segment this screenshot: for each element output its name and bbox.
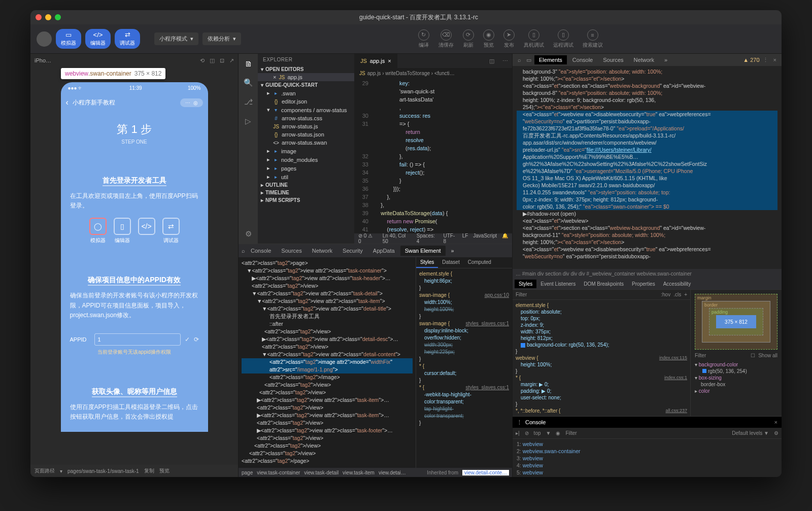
code-area[interactable]: 29 3031 32333435363738394041 key: 'swan-… <box>354 78 512 233</box>
file-arrow-json[interactable]: {}arrow-status.json <box>258 130 354 139</box>
outline-section[interactable]: ▸OUTLINE <box>258 181 354 189</box>
clear-icon[interactable]: ⊘ <box>525 430 529 436</box>
levels-dropdown[interactable]: Default levels ▼ <box>732 430 769 436</box>
tab-computed[interactable]: Computed <box>464 257 495 268</box>
inspect-icon[interactable]: ⌕ <box>516 57 523 63</box>
more-icon[interactable]: ⋯ <box>498 58 512 64</box>
tab-styles[interactable]: Styles <box>416 257 438 268</box>
computed-list[interactable]: ▾ background-color rgb(50, 136, 254) ▾ b… <box>695 361 777 394</box>
preview-button2[interactable]: 预览 <box>159 467 170 474</box>
file-arrow-swan[interactable]: <>arrow-status.swan <box>258 139 354 147</box>
close-icon[interactable]: × <box>774 419 777 425</box>
open-editors-section[interactable]: ▾OPEN EDITORS <box>258 65 354 73</box>
tab-sources[interactable]: Sources <box>277 246 306 256</box>
console-filter[interactable]: Filter <box>565 430 577 436</box>
tab-accessibility[interactable]: Accessibility <box>659 280 695 288</box>
check-icon[interactable]: ✓ <box>185 336 190 343</box>
scm-icon[interactable]: ⎇ <box>243 96 254 108</box>
file-arrow-js[interactable]: JSarrow-status.js <box>258 122 354 130</box>
tab-console[interactable]: Console <box>246 246 276 256</box>
appid-input[interactable] <box>94 333 181 346</box>
capsule-button[interactable]: ⋯◎ <box>180 98 203 107</box>
error-count[interactable]: ⊘ 0 ⚠ 0 <box>358 233 377 244</box>
tab-security[interactable]: Security <box>338 246 367 256</box>
maximize-icon[interactable] <box>55 14 61 20</box>
tab-swan-element[interactable]: Swan Element <box>400 246 446 256</box>
debugger-button[interactable]: ⇄调试器 <box>115 29 140 49</box>
npm-section[interactable]: ▸NPM SCRIPTS <box>258 196 354 204</box>
eye-icon[interactable]: ◉ <box>556 430 560 436</box>
tab-appjs[interactable]: JSapp.js× <box>354 54 398 68</box>
debug-icon[interactable]: ▷ <box>243 116 254 127</box>
tab-console2[interactable]: Console <box>568 55 597 64</box>
preview-button[interactable]: ◉预览 <box>483 29 494 49</box>
tab-sources2[interactable]: Sources <box>598 55 628 64</box>
crop-icon[interactable]: ⊡ <box>220 57 224 64</box>
close-icon[interactable]: × <box>388 58 391 64</box>
tab-properties[interactable]: Properties <box>628 280 659 288</box>
publish-button[interactable]: ➤发布 <box>503 29 515 49</box>
sidebar-icon[interactable]: ▸| <box>516 430 520 436</box>
open-file[interactable]: ×JSapp.js <box>258 73 354 81</box>
more-tabs2[interactable]: » <box>660 55 672 64</box>
file-arrow-css[interactable]: #arrow-status.css <box>258 114 354 122</box>
tab-elements[interactable]: Elements <box>534 55 567 64</box>
simulator-button[interactable]: ▭模拟器 <box>56 29 81 49</box>
gear-icon[interactable]: ⚙ <box>774 430 779 436</box>
swan-elements-tree[interactable]: <attr2">class="tag2">page>▼<attr2">class… <box>239 257 416 468</box>
tab-dom-breakpoints[interactable]: DOM Breakpoints <box>580 280 628 288</box>
mode-dropdown[interactable]: 小程序模式▾ <box>154 32 198 45</box>
file-editor-json[interactable]: {}editor.json <box>258 97 354 106</box>
gear-icon[interactable]: ⚙ <box>243 228 254 240</box>
folder-node-modules[interactable]: ▸▸node_modules <box>258 155 354 164</box>
explorer-icon[interactable]: 🗎 <box>243 58 254 69</box>
device-icon[interactable]: ▭ <box>524 57 533 63</box>
tab-network[interactable]: Network <box>308 246 337 256</box>
elements-breadcrumbs[interactable]: … #main div section div div div #_webvie… <box>513 269 782 278</box>
split-icon[interactable]: ◫ <box>485 58 498 64</box>
styles-content[interactable]: element.style { position: absolute; top:… <box>513 300 690 416</box>
close-icon[interactable] <box>36 14 42 20</box>
more-tabs[interactable]: » <box>447 246 459 256</box>
reload-icon[interactable]: ⟳ <box>194 336 199 343</box>
clear-cache-button[interactable]: ⌫清缓存 <box>438 29 454 49</box>
minimize-icon[interactable] <box>45 14 51 20</box>
project-section[interactable]: ▾GUIDE-QUICK-START <box>258 81 354 89</box>
tab-event-listeners[interactable]: Event Listeners <box>536 280 580 288</box>
inspector-icon[interactable]: ⌕ <box>242 248 245 254</box>
breadcrumb[interactable]: JSapp.js › writeDataToStorage › <functi… <box>354 68 512 78</box>
chevron-down-icon[interactable]: ▾ <box>60 468 62 474</box>
swan-styles-body[interactable]: element.style { height:86px; } swan-imag… <box>416 268 512 468</box>
box-model[interactable]: margin border padding 375 × 812 <box>695 294 777 350</box>
compile-button[interactable]: ↻编译 <box>418 29 429 49</box>
copy-button[interactable]: 复制 <box>144 467 154 474</box>
cube-icon[interactable]: ◫ <box>210 57 215 64</box>
device-label[interactable]: iPho… <box>35 57 51 63</box>
arrow-icon[interactable]: ↗ <box>229 57 234 64</box>
remote2-button[interactable]: ▯远程调试 <box>553 29 573 49</box>
suggest-button[interactable]: ≡搜索建议 <box>583 29 603 49</box>
folder-image[interactable]: ▸▸image <box>258 147 354 155</box>
folder-pages[interactable]: ▸▸pages <box>258 164 354 173</box>
avatar-icon[interactable] <box>37 31 52 47</box>
close-devtools-icon[interactable]: × <box>771 57 779 63</box>
filter-input[interactable]: Filter <box>516 292 527 297</box>
timeline-section[interactable]: ▸TIMELINE <box>258 189 354 196</box>
rotate-icon[interactable]: ⟲ <box>200 57 205 64</box>
phone-simulator[interactable]: ●●● ᯤ 11:39 100% ‹ 小程序新手教程 ⋯◎ 第 1 步 STEP… <box>61 82 208 432</box>
settings-icon[interactable]: ⋮ <box>761 57 770 63</box>
refresh-button[interactable]: ⟳刷新 <box>463 29 474 49</box>
folder-swan[interactable]: ▸▸.swan <box>258 89 354 97</box>
folder-util[interactable]: ▸▸util <box>258 173 354 181</box>
tab-styles2[interactable]: Styles <box>515 280 536 288</box>
bell-icon[interactable]: 🔔 <box>502 233 508 244</box>
warning-count[interactable]: ▲ 270 <box>743 57 759 63</box>
elements-tree[interactable]: background-3" "ea">style="position: abso… <box>513 66 782 269</box>
tab-appdata[interactable]: AppData <box>368 246 399 256</box>
console-output[interactable]: 1: webview2: webview.swan-container3: we… <box>513 439 782 477</box>
folder-components[interactable]: ▾▾components / arrow-status <box>258 106 354 114</box>
swan-breadcrumbs[interactable]: page view.task-container view.task-detai… <box>239 468 512 477</box>
context-dropdown[interactable]: top <box>534 430 541 436</box>
tab-network2[interactable]: Network <box>629 55 659 64</box>
more-icon[interactable]: ⋮ <box>517 419 522 426</box>
